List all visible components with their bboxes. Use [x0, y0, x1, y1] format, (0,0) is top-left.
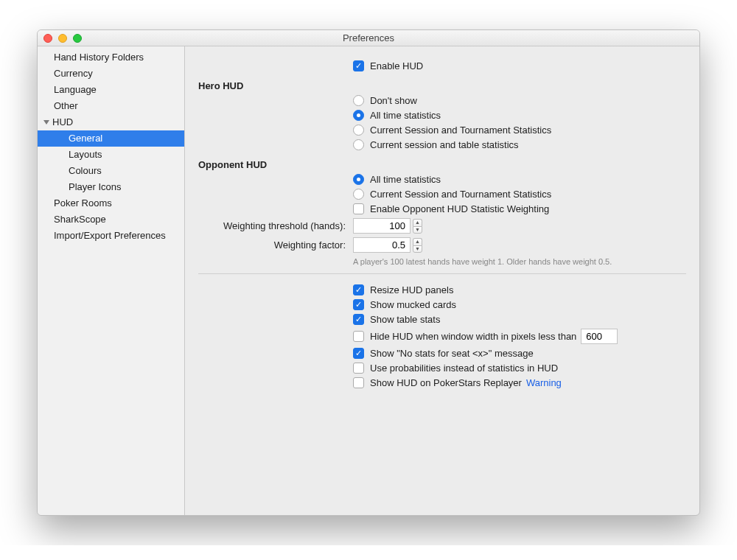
checkbox-label: Resize HUD panels [370, 284, 453, 295]
sidebar-item-language[interactable]: Language [38, 82, 184, 98]
hero-radio[interactable] [353, 139, 364, 150]
stepper-up-icon[interactable]: ▲ [413, 219, 422, 226]
sidebar-item-label: Player Icons [69, 181, 122, 192]
stepper-down-icon[interactable]: ▼ [413, 226, 422, 234]
hero-option-row: All time statistics [353, 110, 686, 121]
weighting-factor-label: Weighting factor: [198, 239, 353, 251]
preferences-window: Preferences Hand History FoldersCurrency… [37, 29, 700, 516]
opponent-hud-heading: Opponent HUD [198, 159, 686, 170]
weighting-threshold-label: Weighting threshold (hands): [198, 220, 353, 231]
sidebar-item-label: Currency [54, 68, 93, 79]
opponent-option-row: Current Session and Tournament Statistic… [353, 189, 686, 200]
hero-radio-label: Don't show [370, 95, 417, 106]
sidebar-item-label: Language [54, 84, 97, 95]
checkbox[interactable] [353, 314, 364, 325]
sidebar-item-currency[interactable]: Currency [38, 66, 184, 82]
hero-option-row: Current session and table statistics [353, 139, 686, 150]
opponent-radio-label: All time statistics [370, 174, 441, 185]
content-area: Hand History FoldersCurrencyLanguageOthe… [38, 46, 699, 515]
sidebar-item-hud[interactable]: HUD [38, 114, 184, 130]
weighting-threshold-stepper: ▲ ▼ [353, 218, 422, 234]
hero-radio-label: Current session and table statistics [370, 139, 519, 150]
checkbox[interactable] [353, 299, 364, 310]
sidebar-item-layouts[interactable]: Layouts [38, 147, 184, 163]
sidebar-item-poker-rooms[interactable]: Poker Rooms [38, 195, 184, 211]
sidebar-item-other[interactable]: Other [38, 98, 184, 114]
check-row: Show HUD on PokerStars ReplayerWarning [353, 377, 686, 388]
check-row: Use probabilities instead of statistics … [353, 363, 686, 374]
sidebar-item-colours[interactable]: Colours [38, 163, 184, 179]
stepper-down-icon[interactable]: ▼ [413, 245, 422, 253]
stepper-up-icon[interactable]: ▲ [413, 238, 422, 245]
weighting-threshold-row: Weighting threshold (hands): ▲ ▼ [198, 218, 686, 234]
sidebar-item-label: Layouts [69, 149, 102, 160]
sidebar-item-label: Poker Rooms [54, 197, 112, 209]
sidebar-item-label: Other [54, 100, 78, 111]
opponent-radio-label: Current Session and Tournament Statistic… [370, 189, 551, 200]
sidebar-item-sharkscope[interactable]: SharkScope [38, 211, 184, 228]
hero-radio[interactable] [353, 125, 364, 136]
check-row: Hide HUD when window width in pixels les… [353, 329, 686, 344]
sidebar-item-hand-history-folders[interactable]: Hand History Folders [38, 49, 184, 66]
enable-weighting-row: Enable Opponent HUD Statistic Weighting [353, 203, 686, 214]
enable-hud-row: Enable HUD [353, 60, 686, 71]
weighting-factor-row: Weighting factor: ▲ ▼ [198, 237, 686, 253]
hero-option-row: Current Session and Tournament Statistic… [353, 125, 686, 136]
enable-weighting-label: Enable Opponent HUD Statistic Weighting [370, 203, 549, 214]
enable-weighting-checkbox[interactable] [353, 203, 364, 214]
hero-hud-heading: Hero HUD [198, 80, 686, 91]
main-panel: Enable HUD Hero HUD Don't showAll time s… [185, 46, 699, 515]
check-row: Show table stats [353, 314, 686, 325]
sidebar-item-label: SharkScope [54, 214, 106, 225]
hero-radio-label: All time statistics [370, 110, 441, 121]
divider [198, 273, 686, 274]
checkbox[interactable] [353, 331, 364, 342]
warning-link[interactable]: Warning [526, 377, 562, 388]
hero-radio[interactable] [353, 95, 364, 106]
sidebar-item-label: General [69, 133, 102, 144]
checkbox[interactable] [353, 363, 364, 374]
hero-option-row: Don't show [353, 95, 686, 106]
sidebar: Hand History FoldersCurrencyLanguageOthe… [38, 46, 185, 515]
opponent-radio[interactable] [353, 189, 364, 200]
titlebar: Preferences [38, 30, 699, 46]
weighting-factor-input[interactable] [353, 237, 411, 253]
sidebar-item-player-icons[interactable]: Player Icons [38, 179, 184, 195]
enable-hud-label: Enable HUD [370, 60, 423, 71]
enable-hud-checkbox[interactable] [353, 60, 364, 71]
sidebar-item-label: Hand History Folders [54, 52, 144, 63]
checkbox[interactable] [353, 377, 364, 388]
check-row: Resize HUD panels [353, 284, 686, 295]
window-title: Preferences [38, 32, 699, 43]
checkbox[interactable] [353, 284, 364, 295]
weighting-hint: A player's 100 latest hands have weight … [353, 257, 686, 266]
sidebar-item-label: Colours [69, 165, 102, 176]
check-row: Show mucked cards [353, 299, 686, 310]
checkbox-label: Hide HUD when window width in pixels les… [370, 331, 576, 342]
sidebar-item-import-export-preferences[interactable]: Import/Export Preferences [38, 228, 184, 244]
hero-radio[interactable] [353, 110, 364, 121]
opponent-option-row: All time statistics [353, 174, 686, 185]
weighting-factor-stepper: ▲ ▼ [353, 237, 422, 253]
sidebar-item-label: Import/Export Preferences [54, 230, 166, 241]
opponent-radio[interactable] [353, 174, 364, 185]
checkbox-label: Use probabilities instead of statistics … [370, 363, 558, 374]
sidebar-item-label: HUD [52, 116, 73, 127]
hide-hud-width-input[interactable] [581, 329, 618, 344]
checkbox-label: Show HUD on PokerStars Replayer [370, 377, 522, 388]
checkbox-label: Show table stats [370, 314, 440, 325]
checkbox-label: Show mucked cards [370, 299, 456, 310]
hero-radio-label: Current Session and Tournament Statistic… [370, 125, 551, 136]
checkbox[interactable] [353, 348, 364, 359]
check-row: Show "No stats for seat <x>" message [353, 348, 686, 359]
checkbox-label: Show "No stats for seat <x>" message [370, 348, 534, 359]
sidebar-item-general[interactable]: General [38, 130, 184, 147]
weighting-threshold-input[interactable] [353, 218, 411, 234]
